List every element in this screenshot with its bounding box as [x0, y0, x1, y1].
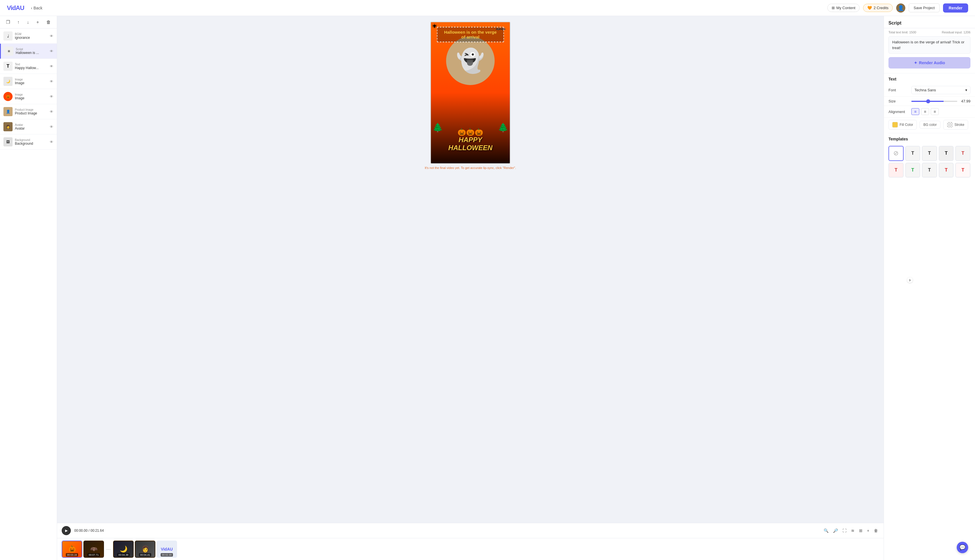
timeline-thumb-3[interactable]: 🌙 00:04.38 [113, 541, 134, 558]
layer-item-text[interactable]: T Text Happy Hallow... 👁 [0, 59, 57, 74]
layer-type-image2: Image [15, 93, 47, 96]
template-none[interactable]: ⊘ [888, 146, 903, 161]
layer-type-avatar: Avatar [15, 123, 47, 127]
right-panel: Script Total text limit: 1500 Residual i… [883, 16, 975, 560]
timeline-thumb-4[interactable]: 👩 00:04.41 [135, 541, 155, 558]
copy-tool[interactable]: ❐ [4, 18, 12, 26]
align-left-button[interactable]: ≡ [911, 108, 919, 115]
layer-info-product: Product Image Product Image [15, 108, 47, 115]
template-8[interactable]: T [939, 163, 954, 178]
layer-info-image1: Image Image [15, 78, 47, 85]
preview-title[interactable]: Halloween is on the verge of arrival [437, 27, 504, 42]
layer-name-image1: Image [15, 81, 47, 85]
chevron-left-icon: ‹ [31, 6, 33, 10]
script-input[interactable]: Halloween is on the verge of arrival! Tr… [888, 36, 970, 54]
timeline-thumb-2[interactable]: 🦇 00:07.71 [83, 541, 104, 558]
move-down-tool[interactable]: ↓ [25, 18, 31, 26]
timeline-transition[interactable]: ⋯ [105, 541, 112, 558]
avatar[interactable]: 👤 [896, 3, 905, 13]
template-7[interactable]: T [922, 163, 937, 178]
add-layer-tool[interactable]: + [35, 18, 40, 26]
layer-item-product[interactable]: 👤 Product Image Product Image 👁 [0, 104, 57, 119]
layer-item-bgm[interactable]: ♩ BGM ignorance 👁 [0, 28, 57, 44]
color-row: Fill Color BG color Stroke [884, 118, 975, 133]
render-button[interactable]: Render [943, 3, 968, 13]
layer-item-avatar[interactable]: 👩 Avatar Avatar 👁 [0, 119, 57, 135]
save-project-button[interactable]: Save Project [909, 3, 940, 12]
video-preview[interactable]: 🦇🦇 🕷 🌲 🌲 👻 Halloween is on the verge of … [431, 22, 510, 164]
timeline-thumb-1[interactable]: 🎃 00:03.16 [62, 541, 82, 558]
zoom-out-icon[interactable]: 🔍 [823, 527, 830, 534]
header: VidAU ‹ Back ⊞ My Content 🧡 2 Credits 👤 … [0, 0, 975, 16]
split-icon[interactable]: ⊞ [858, 527, 864, 534]
size-slider-container: 47.99 [911, 99, 970, 103]
play-button[interactable]: ▶ [62, 526, 71, 535]
template-2[interactable]: T [922, 146, 937, 161]
render-audio-button[interactable]: ✦ Render Audio [888, 57, 970, 68]
layer-icon-text: T [3, 62, 13, 71]
template-3[interactable]: T [939, 146, 954, 161]
layer-item-background[interactable]: 🖼 Background Background 👁 [0, 135, 57, 150]
font-select[interactable]: Techna Sans ▾ [911, 86, 970, 94]
layer-info-script: Script Halloween is ... [16, 48, 47, 55]
size-slider[interactable] [911, 101, 957, 102]
header-right: ⊞ My Content 🧡 2 Credits 👤 Save Project … [827, 3, 968, 13]
waveform-icon[interactable]: ≋ [850, 527, 856, 534]
eye-icon-script[interactable]: 👁 [50, 49, 53, 53]
layer-info-image2: Image Image [15, 93, 47, 100]
my-content-button[interactable]: ⊞ My Content [827, 4, 860, 12]
eye-icon-image2[interactable]: 👁 [50, 95, 53, 99]
align-center-button[interactable]: ≡ [921, 108, 929, 115]
layer-icon-bgm: ♩ [3, 32, 13, 40]
time-current: 00:00.00 [74, 528, 88, 533]
main-layout: ❐ ↑ ↓ + 🗑 ♩ BGM ignorance 👁 ≡ Script Hal… [0, 16, 975, 560]
controls-bar: ▶ 00:00.00 / 00:21.64 🔍 🔎 ⛶ ≋ ⊞ + 🗑 [57, 523, 883, 538]
credits-button[interactable]: 🧡 2 Credits [863, 4, 893, 12]
eye-icon-bgm[interactable]: 👁 [50, 34, 53, 38]
fill-color-label: Fill Color [900, 123, 913, 127]
delete-clip-icon[interactable]: 🗑 [873, 527, 879, 534]
layer-item-image2[interactable]: 🎃 Image Image 👁 [0, 89, 57, 104]
eye-icon-image1[interactable]: 👁 [50, 79, 53, 83]
layer-name-bgm: ignorance [15, 36, 47, 40]
time-separator: / [88, 528, 90, 533]
fullscreen-icon[interactable]: ⛶ [841, 527, 848, 534]
eye-icon-background[interactable]: 👁 [50, 140, 53, 144]
layer-item-image1[interactable]: 🌙 Image Image 👁 [0, 74, 57, 89]
delete-layer-tool[interactable]: 🗑 [45, 18, 53, 26]
right-panel-header: Script [884, 16, 975, 28]
stroke-option[interactable]: Stroke [943, 120, 968, 130]
layer-icon-image1: 🌙 [3, 77, 13, 86]
template-4[interactable]: T [955, 146, 970, 161]
text-section-title: Text [884, 73, 975, 83]
eye-icon-avatar[interactable]: 👁 [50, 125, 53, 129]
eye-icon-product[interactable]: 👁 [50, 110, 53, 114]
layer-name-background: Background [15, 142, 47, 145]
template-9[interactable]: T [955, 163, 970, 178]
move-up-tool[interactable]: ↑ [15, 18, 21, 26]
fill-color-option[interactable]: Fill Color [888, 120, 917, 130]
layer-info-text: Text Happy Hallow... [15, 63, 47, 70]
layer-icon-background: 🖼 [3, 137, 13, 147]
layer-item-script[interactable]: ≡ Script Halloween is ... 👁 [0, 44, 57, 59]
sparkle-icon: ✦ [914, 60, 917, 65]
chevron-down-icon: ▾ [965, 88, 967, 92]
eye-icon-text[interactable]: 👁 [50, 64, 53, 68]
chat-bubble-button[interactable]: 💬 [957, 542, 968, 553]
timeline-time-1: 00:03.16 [66, 553, 78, 557]
timeline-thumb-logo[interactable]: VidAU 00:02.00 [157, 541, 177, 558]
add-clip-icon[interactable]: + [866, 527, 870, 534]
right-panel-title: Script [888, 20, 970, 26]
layer-icon-product: 👤 [3, 107, 13, 116]
text-limit-label: Total text limit: 1500 [888, 30, 916, 34]
zoom-in-icon[interactable]: 🔎 [832, 527, 839, 534]
preview-title-text: Halloween is on the verge of arrival [444, 30, 497, 39]
bg-color-option[interactable]: BG color [920, 121, 940, 129]
back-button[interactable]: ‹ Back [31, 6, 43, 10]
template-5[interactable]: T [888, 163, 903, 178]
template-6[interactable]: T [905, 163, 920, 178]
my-content-label: My Content [836, 6, 855, 10]
align-right-button[interactable]: ≡ [931, 108, 939, 115]
grid-icon: ⊞ [831, 6, 835, 10]
template-1[interactable]: T [905, 146, 920, 161]
